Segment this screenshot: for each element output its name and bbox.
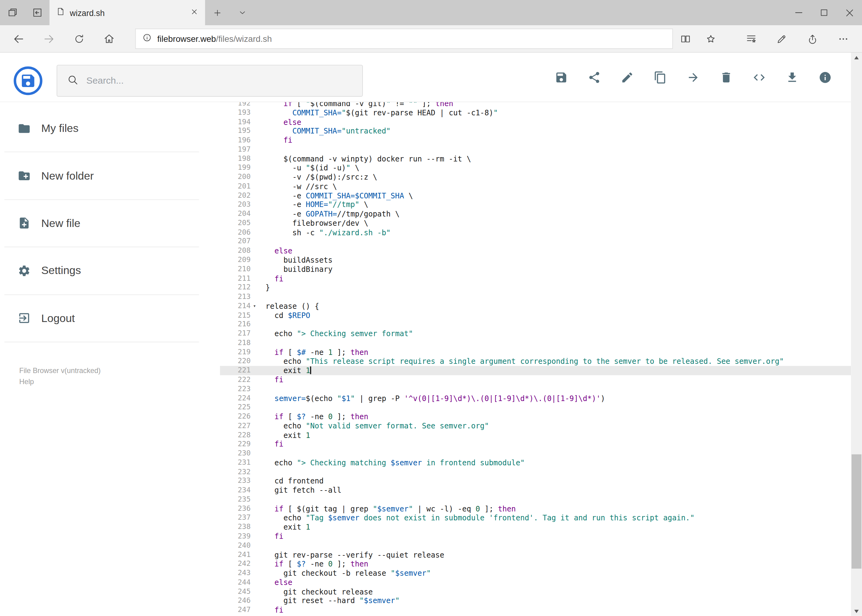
code-line[interactable]: 224 semver=$(echo "$1" | grep -P '^v(0|[… — [220, 394, 851, 403]
code-line[interactable]: 236 if [ $(git tag | grep "$semver" | wc… — [220, 504, 851, 513]
code-line[interactable]: 243 git checkout -b release "$semver" — [220, 569, 851, 578]
help-link[interactable]: Help — [19, 376, 220, 388]
code-editor[interactable]: 192 if [ "$(command -v git)" != "" ]; th… — [220, 102, 851, 616]
sidebar-item-new-file[interactable]: New file — [4, 200, 199, 247]
minimize-button[interactable] — [786, 0, 811, 25]
download-button[interactable] — [786, 71, 799, 84]
code-line[interactable]: 207 — [220, 237, 851, 246]
set-tabs-aside-icon[interactable] — [25, 0, 49, 25]
favorites-hub-icon[interactable] — [736, 25, 766, 52]
code-line[interactable]: 201 -w //src \ — [220, 182, 851, 191]
url-field[interactable]: filebrowser.web/files/wizard.sh — [135, 28, 673, 49]
code-line[interactable]: 210 buildBinary — [220, 265, 851, 274]
code-view-button[interactable] — [753, 71, 766, 84]
code-line[interactable]: 235 — [220, 495, 851, 504]
code-line[interactable]: 217 echo "> Checking semver format" — [220, 329, 851, 338]
forward-button[interactable] — [33, 25, 64, 52]
code-line[interactable]: 199 -u "$(id -u)" \ — [220, 163, 851, 173]
info-button[interactable] — [819, 71, 832, 84]
code-line[interactable]: 240 — [220, 541, 851, 550]
scrollbar-thumb[interactable] — [851, 454, 861, 569]
save-button[interactable] — [555, 71, 568, 84]
code-line[interactable]: 233 cd frontend — [220, 476, 851, 486]
fold-marker-icon[interactable]: ▾ — [251, 302, 258, 311]
favorite-star-icon[interactable] — [698, 25, 723, 52]
close-button[interactable] — [837, 0, 862, 25]
maximize-button[interactable] — [812, 0, 837, 25]
code-line[interactable]: 202 -e COMMIT_SHA=$COMMIT_SHA \ — [220, 191, 851, 200]
code-line[interactable]: 198 $(command -v winpty) docker run --rm… — [220, 154, 851, 163]
code-line[interactable]: 221 exit 1 — [220, 366, 851, 375]
code-line[interactable]: 218 — [220, 338, 851, 347]
search-input[interactable] — [86, 75, 362, 86]
share-page-icon[interactable] — [797, 25, 828, 52]
code-line[interactable]: 222 fi — [220, 375, 851, 384]
code-line[interactable]: 192 if [ "$(command -v git)" != "" ]; th… — [220, 102, 851, 108]
tab-list-chevron-icon[interactable] — [230, 0, 255, 25]
code-line[interactable]: 209 buildAssets — [220, 256, 851, 265]
code-line[interactable]: 241 git rev-parse --verify --quiet relea… — [220, 550, 851, 559]
code-line[interactable]: 220 echo "This release script requires a… — [220, 357, 851, 366]
code-line[interactable]: 237 echo "Tag $semver does not exist in … — [220, 513, 851, 523]
code-line[interactable]: 232 — [220, 467, 851, 477]
search-box[interactable] — [57, 65, 363, 97]
code-line[interactable]: 229 fi — [220, 440, 851, 449]
home-button[interactable] — [94, 25, 124, 52]
code-line[interactable]: 234 git fetch --all — [220, 486, 851, 495]
code-line[interactable]: 216 — [220, 320, 851, 329]
code-line[interactable]: 239 fi — [220, 532, 851, 541]
code-line[interactable]: 205 filebrowser/dev \ — [220, 218, 851, 228]
code-line[interactable]: 214▾release () { — [220, 302, 851, 311]
code-line[interactable]: 246 git reset --hard "$semver" — [220, 596, 851, 605]
code-line[interactable]: 242 if [ $? -ne 0 ]; then — [220, 559, 851, 569]
new-tab-button[interactable] — [205, 0, 230, 25]
code-line[interactable]: 208 else — [220, 246, 851, 256]
tab-preview-icon[interactable] — [0, 0, 25, 25]
code-line[interactable]: 200 -v /$(pwd):/src:z \ — [220, 173, 851, 182]
tab-close-icon[interactable] — [190, 7, 199, 18]
code-line[interactable]: 204 -e GOPATH=//tmp/gopath \ — [220, 209, 851, 218]
share-button[interactable] — [588, 71, 601, 84]
sidebar-item-logout[interactable]: Logout — [4, 295, 199, 342]
code-line[interactable]: 206 sh -c "./wizard.sh -b" — [220, 228, 851, 237]
copy-button[interactable] — [654, 71, 667, 84]
code-line[interactable]: 223 — [220, 384, 851, 394]
code-line[interactable]: 225 — [220, 403, 851, 412]
site-info-icon[interactable] — [142, 33, 152, 45]
code-line[interactable]: 247 fi — [220, 605, 851, 615]
code-line[interactable]: 196 fi — [220, 136, 851, 145]
code-line[interactable]: 245 git checkout release — [220, 587, 851, 596]
more-menu-icon[interactable] — [828, 25, 859, 52]
code-line[interactable]: 195 COMMIT_SHA="untracked" — [220, 126, 851, 136]
code-line[interactable]: 238 exit 1 — [220, 523, 851, 532]
code-line[interactable]: 227 echo "Not valid semver format. See s… — [220, 421, 851, 431]
edit-button[interactable] — [621, 71, 634, 84]
code-line[interactable]: 226 if [ $? -ne 0 ]; then — [220, 412, 851, 421]
scroll-up-icon[interactable] — [851, 53, 862, 62]
code-line[interactable]: 244 else — [220, 578, 851, 587]
code-line[interactable]: 194 else — [220, 117, 851, 126]
code-line[interactable]: 203 -e HOME="//tmp" \ — [220, 200, 851, 209]
sidebar-item-my-files[interactable]: My files — [4, 105, 199, 152]
sidebar-item-settings[interactable]: Settings — [4, 247, 199, 295]
sidebar-item-new-folder[interactable]: New folder — [4, 152, 199, 200]
scroll-down-icon[interactable] — [851, 607, 862, 616]
refresh-button[interactable] — [64, 25, 94, 52]
vertical-scrollbar[interactable] — [851, 53, 862, 616]
code-line[interactable]: 197 — [220, 145, 851, 154]
code-line[interactable]: 213 — [220, 292, 851, 302]
code-line[interactable]: 215 cd $REPO — [220, 311, 851, 320]
web-note-pen-icon[interactable] — [766, 25, 797, 52]
delete-button[interactable] — [720, 71, 733, 84]
code-line[interactable]: 211 fi — [220, 274, 851, 283]
code-line[interactable]: 193 COMMIT_SHA="$(git rev-parse HEAD | c… — [220, 108, 851, 117]
code-line[interactable]: 231 echo "> Checking matching $semver in… — [220, 458, 851, 467]
move-button[interactable] — [687, 71, 700, 84]
code-line[interactable]: 230 — [220, 449, 851, 458]
code-line[interactable]: 212} — [220, 283, 851, 292]
back-button[interactable] — [3, 25, 33, 52]
reading-view-icon[interactable] — [673, 25, 698, 52]
browser-tab[interactable]: wizard.sh — [50, 0, 205, 25]
code-line[interactable]: 219 if [ $# -ne 1 ]; then — [220, 347, 851, 357]
code-line[interactable]: 228 exit 1 — [220, 431, 851, 440]
